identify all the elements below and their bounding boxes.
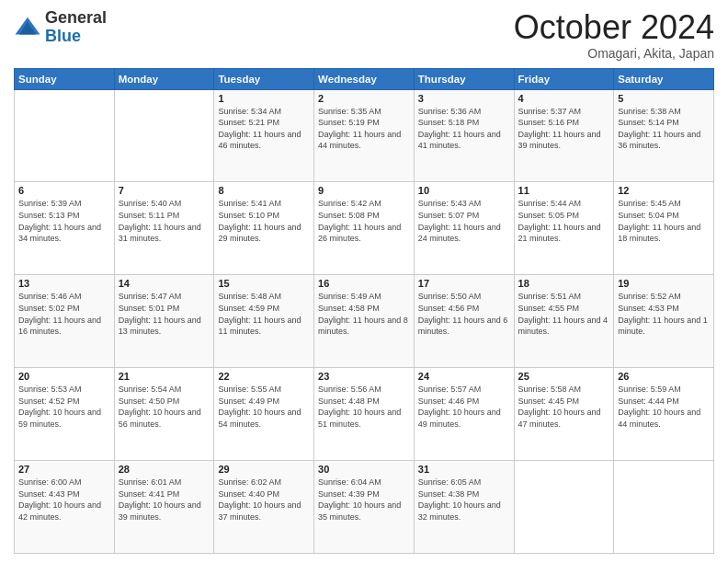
calendar-cell: 13Sunrise: 5:46 AMSunset: 5:02 PMDayligh… <box>15 275 115 368</box>
calendar-cell: 19Sunrise: 5:52 AMSunset: 4:53 PMDayligh… <box>614 275 714 368</box>
day-info: Sunrise: 5:36 AMSunset: 5:18 PMDaylight:… <box>418 106 510 152</box>
title-block: October 2024 Omagari, Akita, Japan <box>514 9 714 61</box>
calendar-cell <box>514 461 614 554</box>
day-number: 23 <box>318 371 410 382</box>
calendar-cell: 6Sunrise: 5:39 AMSunset: 5:13 PMDaylight… <box>15 182 115 275</box>
day-number: 15 <box>218 278 310 289</box>
calendar-cell: 31Sunrise: 6:05 AMSunset: 4:38 PMDayligh… <box>414 461 514 554</box>
weekday-header-saturday: Saturday <box>614 68 714 89</box>
calendar-cell <box>15 89 115 182</box>
calendar-cell <box>614 461 714 554</box>
day-number: 20 <box>18 371 110 382</box>
day-info: Sunrise: 5:49 AMSunset: 4:58 PMDaylight:… <box>318 291 410 337</box>
calendar-cell: 21Sunrise: 5:54 AMSunset: 4:50 PMDayligh… <box>114 368 214 461</box>
calendar-cell: 7Sunrise: 5:40 AMSunset: 5:11 PMDaylight… <box>114 182 214 275</box>
day-info: Sunrise: 5:34 AMSunset: 5:21 PMDaylight:… <box>218 106 310 152</box>
calendar-cell: 25Sunrise: 5:58 AMSunset: 4:45 PMDayligh… <box>514 368 614 461</box>
logo-blue: Blue <box>45 27 81 45</box>
weekday-header-row: SundayMondayTuesdayWednesdayThursdayFrid… <box>15 68 714 89</box>
day-info: Sunrise: 5:55 AMSunset: 4:49 PMDaylight:… <box>218 384 310 430</box>
day-info: Sunrise: 5:37 AMSunset: 5:16 PMDaylight:… <box>518 106 610 152</box>
calendar-cell: 3Sunrise: 5:36 AMSunset: 5:18 PMDaylight… <box>414 89 514 182</box>
calendar-cell: 9Sunrise: 5:42 AMSunset: 5:08 PMDaylight… <box>314 182 415 275</box>
day-info: Sunrise: 6:00 AMSunset: 4:43 PMDaylight:… <box>18 477 110 523</box>
calendar-cell: 20Sunrise: 5:53 AMSunset: 4:52 PMDayligh… <box>15 368 115 461</box>
calendar-cell: 30Sunrise: 6:04 AMSunset: 4:39 PMDayligh… <box>314 461 415 554</box>
weekday-header-wednesday: Wednesday <box>314 68 415 89</box>
day-number: 2 <box>318 93 410 104</box>
day-number: 19 <box>618 278 710 289</box>
calendar-cell: 29Sunrise: 6:02 AMSunset: 4:40 PMDayligh… <box>214 461 314 554</box>
weekday-header-monday: Monday <box>114 68 214 89</box>
calendar-cell: 2Sunrise: 5:35 AMSunset: 5:19 PMDaylight… <box>314 89 415 182</box>
day-number: 3 <box>418 93 510 104</box>
logo: General Blue <box>14 9 107 46</box>
day-number: 8 <box>218 185 310 196</box>
day-number: 17 <box>418 278 510 289</box>
calendar-cell: 18Sunrise: 5:51 AMSunset: 4:55 PMDayligh… <box>514 275 614 368</box>
day-number: 7 <box>119 185 210 196</box>
day-info: Sunrise: 5:35 AMSunset: 5:19 PMDaylight:… <box>318 106 410 152</box>
header: General Blue October 2024 Omagari, Akita… <box>14 9 714 61</box>
day-number: 18 <box>518 278 610 289</box>
day-number: 29 <box>218 464 310 475</box>
day-info: Sunrise: 5:56 AMSunset: 4:48 PMDaylight:… <box>318 384 410 430</box>
calendar-cell: 14Sunrise: 5:47 AMSunset: 5:01 PMDayligh… <box>114 275 214 368</box>
day-number: 22 <box>218 371 310 382</box>
calendar-cell: 22Sunrise: 5:55 AMSunset: 4:49 PMDayligh… <box>214 368 314 461</box>
day-number: 31 <box>418 464 510 475</box>
logo-text: General Blue <box>45 9 107 46</box>
day-info: Sunrise: 5:54 AMSunset: 4:50 PMDaylight:… <box>119 384 210 430</box>
day-info: Sunrise: 5:50 AMSunset: 4:56 PMDaylight:… <box>418 291 510 337</box>
calendar-week-4: 20Sunrise: 5:53 AMSunset: 4:52 PMDayligh… <box>15 368 714 461</box>
day-number: 25 <box>518 371 610 382</box>
calendar-cell: 12Sunrise: 5:45 AMSunset: 5:04 PMDayligh… <box>614 182 714 275</box>
day-info: Sunrise: 6:01 AMSunset: 4:41 PMDaylight:… <box>119 477 210 523</box>
calendar-week-5: 27Sunrise: 6:00 AMSunset: 4:43 PMDayligh… <box>15 461 714 554</box>
calendar-cell: 23Sunrise: 5:56 AMSunset: 4:48 PMDayligh… <box>314 368 415 461</box>
day-number: 4 <box>518 93 610 104</box>
calendar-cell: 26Sunrise: 5:59 AMSunset: 4:44 PMDayligh… <box>614 368 714 461</box>
day-info: Sunrise: 5:58 AMSunset: 4:45 PMDaylight:… <box>518 384 610 430</box>
weekday-header-tuesday: Tuesday <box>214 68 314 89</box>
weekday-header-sunday: Sunday <box>15 68 115 89</box>
day-info: Sunrise: 5:42 AMSunset: 5:08 PMDaylight:… <box>318 198 410 244</box>
day-info: Sunrise: 6:05 AMSunset: 4:38 PMDaylight:… <box>418 477 510 523</box>
day-info: Sunrise: 5:52 AMSunset: 4:53 PMDaylight:… <box>618 291 710 337</box>
weekday-header-thursday: Thursday <box>414 68 514 89</box>
day-number: 6 <box>18 185 110 196</box>
calendar-cell: 10Sunrise: 5:43 AMSunset: 5:07 PMDayligh… <box>414 182 514 275</box>
month-title: October 2024 <box>514 9 714 46</box>
calendar-cell <box>114 89 214 182</box>
calendar-cell: 15Sunrise: 5:48 AMSunset: 4:59 PMDayligh… <box>214 275 314 368</box>
day-info: Sunrise: 5:48 AMSunset: 4:59 PMDaylight:… <box>218 291 310 337</box>
page: General Blue October 2024 Omagari, Akita… <box>0 0 728 563</box>
day-info: Sunrise: 5:41 AMSunset: 5:10 PMDaylight:… <box>218 198 310 244</box>
day-number: 24 <box>418 371 510 382</box>
day-info: Sunrise: 5:38 AMSunset: 5:14 PMDaylight:… <box>618 106 710 152</box>
calendar-cell: 11Sunrise: 5:44 AMSunset: 5:05 PMDayligh… <box>514 182 614 275</box>
day-info: Sunrise: 5:43 AMSunset: 5:07 PMDaylight:… <box>418 198 510 244</box>
day-info: Sunrise: 5:59 AMSunset: 4:44 PMDaylight:… <box>618 384 710 430</box>
day-info: Sunrise: 5:51 AMSunset: 4:55 PMDaylight:… <box>518 291 610 337</box>
calendar-week-1: 1Sunrise: 5:34 AMSunset: 5:21 PMDaylight… <box>15 89 714 182</box>
day-number: 13 <box>18 278 110 289</box>
calendar-cell: 16Sunrise: 5:49 AMSunset: 4:58 PMDayligh… <box>314 275 415 368</box>
day-number: 26 <box>618 371 710 382</box>
day-number: 27 <box>18 464 110 475</box>
day-number: 9 <box>318 185 410 196</box>
day-number: 30 <box>318 464 410 475</box>
day-number: 16 <box>318 278 410 289</box>
day-info: Sunrise: 5:46 AMSunset: 5:02 PMDaylight:… <box>18 291 110 337</box>
day-number: 10 <box>418 185 510 196</box>
day-info: Sunrise: 5:57 AMSunset: 4:46 PMDaylight:… <box>418 384 510 430</box>
calendar-cell: 17Sunrise: 5:50 AMSunset: 4:56 PMDayligh… <box>414 275 514 368</box>
calendar-week-3: 13Sunrise: 5:46 AMSunset: 5:02 PMDayligh… <box>15 275 714 368</box>
location-subtitle: Omagari, Akita, Japan <box>514 46 714 61</box>
day-number: 1 <box>218 93 310 104</box>
day-info: Sunrise: 5:40 AMSunset: 5:11 PMDaylight:… <box>119 198 210 244</box>
calendar-cell: 27Sunrise: 6:00 AMSunset: 4:43 PMDayligh… <box>15 461 115 554</box>
calendar-cell: 4Sunrise: 5:37 AMSunset: 5:16 PMDaylight… <box>514 89 614 182</box>
weekday-header-friday: Friday <box>514 68 614 89</box>
day-number: 11 <box>518 185 610 196</box>
